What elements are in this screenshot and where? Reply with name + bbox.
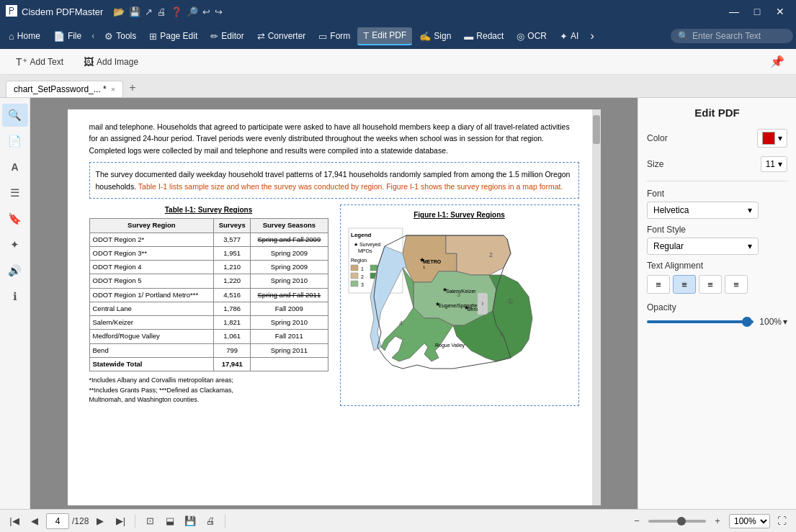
sidebar-stamp-icon[interactable]: ✦ bbox=[2, 233, 28, 256]
font-dropdown-icon: ▾ bbox=[748, 205, 752, 215]
text-alignment-row: Text Alignment ≡ ≡ ≡ ≡ bbox=[647, 261, 787, 294]
region-6-name: Central Lane bbox=[89, 302, 214, 315]
main-paragraph-box[interactable]: The survey documented daily weekday hous… bbox=[89, 162, 579, 199]
print-bottom-button[interactable]: 🖨 bbox=[202, 513, 219, 529]
svg-rect-10 bbox=[351, 281, 358, 287]
col-header-region: Survey Region bbox=[89, 219, 214, 233]
tab-label: chart_SetPassword_... * bbox=[14, 84, 107, 94]
close-button[interactable]: ✕ bbox=[770, 4, 790, 19]
sidebar-search-icon[interactable]: 🔍 bbox=[2, 104, 28, 127]
table-header-row: Survey Region Surveys Survey Seasons bbox=[89, 219, 328, 233]
new-tab-button[interactable]: + bbox=[123, 78, 141, 97]
search-icon[interactable]: 🔎 bbox=[187, 6, 198, 17]
fullscreen-button[interactable]: ⛶ bbox=[773, 513, 790, 529]
collapse-right-arrow[interactable]: › bbox=[478, 293, 488, 315]
color-picker[interactable]: ▾ bbox=[757, 129, 787, 148]
add-image-icon: 🖼 bbox=[84, 56, 94, 68]
font-selector[interactable]: Helvetica ▾ bbox=[647, 202, 759, 219]
zoom-slider[interactable] bbox=[648, 520, 706, 523]
menu-form[interactable]: ▭ Form bbox=[313, 28, 356, 45]
font-style-row: Font Style Regular ▾ bbox=[647, 225, 787, 255]
redo-icon[interactable]: ↪ bbox=[215, 6, 223, 17]
statewide-name: Statewide Total bbox=[89, 357, 214, 371]
sidebar-page-icon[interactable]: 📄 bbox=[2, 130, 28, 153]
undo-icon[interactable]: ↩ bbox=[202, 6, 210, 17]
col-header-surveys: Surveys bbox=[214, 219, 251, 233]
sidebar-audio-icon[interactable]: 🔊 bbox=[2, 259, 28, 282]
zoom-thumb[interactable] bbox=[677, 517, 686, 526]
open-icon[interactable]: 📂 bbox=[113, 6, 125, 17]
menu-bar: ⌂ Home 📄 File ‹ ⚙ Tools ⊞ Page Edit ✏ Ed… bbox=[0, 23, 796, 49]
sidebar-info-icon[interactable]: ℹ bbox=[2, 285, 28, 308]
font-style-selector[interactable]: Regular ▾ bbox=[647, 238, 759, 255]
prev-page-button[interactable]: ◀ bbox=[26, 513, 43, 529]
fit-page-button[interactable]: ⊡ bbox=[141, 513, 158, 529]
tab-close-button[interactable]: × bbox=[111, 85, 115, 94]
zoom-select[interactable]: 100% 75% 125% bbox=[729, 514, 770, 528]
menu-home[interactable]: ⌂ Home bbox=[3, 28, 46, 45]
align-justify-button[interactable]: ≡ bbox=[725, 275, 748, 294]
menu-edit-pdf[interactable]: T Edit PDF bbox=[357, 27, 412, 45]
align-left-button[interactable]: ≡ bbox=[647, 275, 670, 294]
minimize-button[interactable]: — bbox=[724, 4, 744, 19]
menu-file[interactable]: 📄 File bbox=[48, 28, 87, 45]
sidebar-text-icon[interactable]: A bbox=[2, 155, 28, 179]
menu-converter[interactable]: ⇄ Converter bbox=[251, 28, 312, 45]
menu-sign[interactable]: ✍ Sign bbox=[413, 28, 457, 45]
menu-editor[interactable]: ✏ Editor bbox=[205, 28, 249, 45]
opacity-dropdown-icon[interactable]: ▾ bbox=[783, 317, 787, 327]
nav-back-btn[interactable]: ‹ bbox=[89, 31, 97, 41]
add-image-button[interactable]: 🖼 Add Image bbox=[76, 53, 146, 71]
edit-pdf-icon: T bbox=[363, 30, 369, 41]
size-selector[interactable]: 11 ▾ bbox=[761, 156, 787, 172]
statewide-seasons bbox=[251, 357, 328, 371]
zoom-in-button[interactable]: + bbox=[709, 513, 726, 529]
font-value: Helvetica bbox=[653, 205, 689, 215]
save-button[interactable]: 💾 bbox=[182, 513, 199, 529]
region-2-name: ODOT Region 3** bbox=[89, 246, 214, 260]
zoom-out-button[interactable]: − bbox=[628, 513, 645, 529]
extract-button[interactable]: ⬓ bbox=[161, 513, 179, 529]
region-9-surveys: 799 bbox=[214, 343, 251, 357]
svg-text:2: 2 bbox=[489, 251, 493, 258]
opacity-thumb[interactable] bbox=[742, 317, 752, 327]
print-icon[interactable]: 🖨 bbox=[157, 6, 166, 17]
menu-ai[interactable]: ✦ AI bbox=[554, 28, 584, 45]
help-icon[interactable]: ❓ bbox=[171, 6, 182, 17]
share-icon[interactable]: ↗ bbox=[145, 6, 153, 17]
region-7-surveys: 1,821 bbox=[214, 316, 251, 330]
font-style-value: Regular bbox=[653, 241, 684, 251]
add-text-button[interactable]: T⁺ Add Text bbox=[9, 53, 71, 71]
menu-tools[interactable]: ⚙ Tools bbox=[99, 28, 142, 45]
align-right-button[interactable]: ≡ bbox=[699, 275, 722, 294]
scroll-thumb[interactable] bbox=[593, 115, 600, 144]
title-bar: 🅿 Cisdem PDFMaster 📂 💾 ↗ 🖨 ❓ 🔎 ↩ ↪ — □ ✕ bbox=[0, 0, 796, 23]
opacity-slider[interactable] bbox=[647, 320, 753, 323]
pdf-area[interactable]: › mail and telephone. Households that ag… bbox=[30, 98, 638, 509]
menu-page-edit[interactable]: ⊞ Page Edit bbox=[143, 28, 203, 45]
sidebar-bookmark-icon[interactable]: 🔖 bbox=[2, 207, 28, 230]
menu-redact[interactable]: ▬ Redact bbox=[458, 28, 509, 45]
search-magnifier-icon: 🔍 bbox=[678, 31, 689, 41]
first-page-button[interactable]: |◀ bbox=[6, 513, 23, 529]
survey-regions-table: Table I-1: Survey Regions Survey Region … bbox=[89, 204, 328, 371]
pin-button[interactable]: 📌 bbox=[767, 52, 787, 71]
redact-icon: ▬ bbox=[464, 31, 473, 42]
region-3-name: ODOT Region 4 bbox=[89, 261, 214, 274]
maximize-button[interactable]: □ bbox=[747, 4, 767, 19]
next-page-button[interactable]: ▶ bbox=[91, 513, 109, 529]
current-page-input[interactable] bbox=[46, 513, 69, 529]
menu-more-btn[interactable]: › bbox=[586, 27, 598, 45]
search-area[interactable]: 🔍 bbox=[671, 29, 793, 43]
active-tab[interactable]: chart_SetPassword_... * × bbox=[6, 81, 123, 97]
last-page-button[interactable]: ▶| bbox=[112, 513, 129, 529]
svg-text:5: 5 bbox=[500, 330, 504, 338]
align-center-button[interactable]: ≡ bbox=[673, 275, 696, 294]
search-input[interactable] bbox=[692, 31, 786, 41]
page-edit-icon: ⊞ bbox=[149, 31, 157, 42]
ai-icon: ✦ bbox=[560, 31, 568, 42]
sidebar-list-icon[interactable]: ☰ bbox=[2, 181, 28, 204]
save-icon[interactable]: 💾 bbox=[129, 6, 140, 17]
menu-ocr[interactable]: ◎ OCR bbox=[511, 28, 553, 45]
scrollbar[interactable] bbox=[592, 109, 601, 505]
